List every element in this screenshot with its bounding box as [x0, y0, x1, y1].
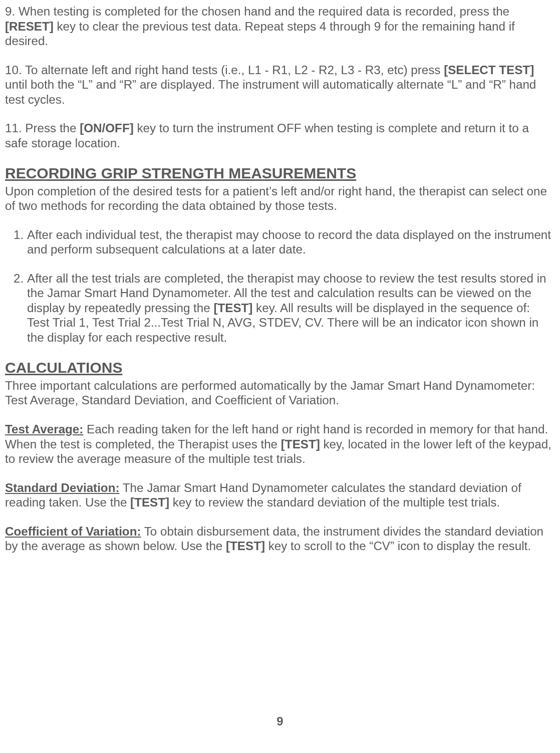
standard-deviation-label: Standard Deviation: — [5, 481, 119, 494]
test-key-label: [TEST] — [281, 437, 320, 451]
test-key-label: [TEST] — [226, 539, 265, 553]
recording-method-2: After all the test trials are completed,… — [27, 271, 555, 345]
step-10-post: until both the “L” and “R” are displayed… — [5, 78, 536, 106]
recording-method-1: After each individual test, the therapis… — [27, 227, 555, 257]
calculations-heading: CALCULATIONS — [5, 359, 555, 377]
select-test-key-label: [SELECT TEST] — [444, 63, 534, 77]
standard-deviation-paragraph: Standard Deviation: The Jamar Smart Hand… — [5, 480, 555, 510]
coefficient-variation-post: key to scroll to the “CV” icon to displa… — [265, 539, 531, 553]
coefficient-variation-paragraph: Coefficient of Variation: To obtain disb… — [5, 524, 555, 554]
recording-intro: Upon completion of the desired tests for… — [5, 184, 555, 213]
step-9-pre: 9. When testing is completed for the cho… — [5, 5, 509, 18]
step-10-pre: 10. To alternate left and right hand tes… — [5, 63, 444, 77]
coefficient-variation-label: Coefficient of Variation: — [5, 525, 141, 538]
recording-methods-list: After each individual test, the therapis… — [5, 227, 555, 345]
step-9: 9. When testing is completed for the cho… — [5, 4, 555, 49]
calculations-intro: Three important calculations are perform… — [5, 378, 555, 408]
page-number: 9 — [5, 714, 555, 728]
standard-deviation-post: key to review the standard deviation of … — [169, 495, 500, 509]
test-key-label: [TEST] — [130, 495, 169, 509]
reset-key-label: [RESET] — [5, 20, 54, 33]
test-average-paragraph: Test Average: Each reading taken for the… — [5, 422, 555, 466]
test-key-label: [TEST] — [213, 301, 252, 315]
recording-heading: RECORDING GRIP STRENGTH MEASUREMENTS — [5, 164, 555, 183]
on-off-key-label: [ON/OFF] — [80, 121, 133, 135]
step-9-post: key to clear the previous test data. Rep… — [5, 20, 515, 48]
test-average-label: Test Average: — [5, 422, 83, 436]
step-11: 11. Press the [ON/OFF] key to turn the i… — [5, 121, 555, 150]
step-11-pre: 11. Press the — [5, 121, 80, 135]
step-10: 10. To alternate left and right hand tes… — [5, 63, 555, 107]
